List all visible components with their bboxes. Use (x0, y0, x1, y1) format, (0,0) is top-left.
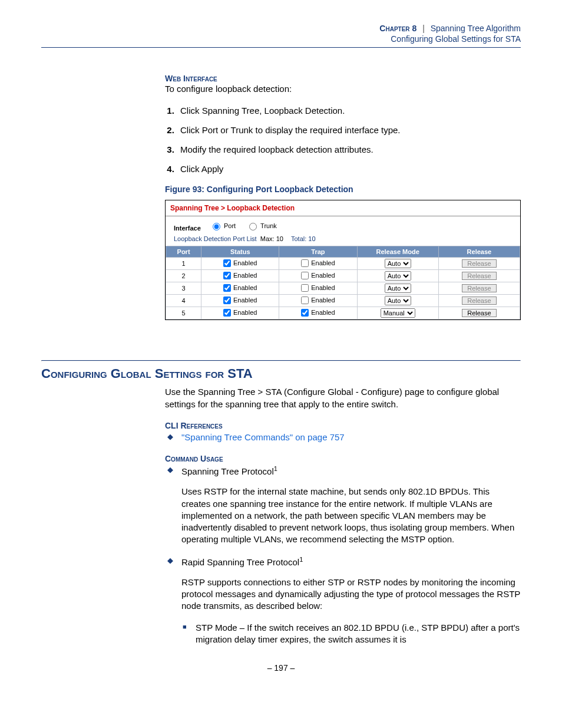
radio-trunk-input[interactable] (249, 223, 257, 230)
col-trap: Trap (279, 246, 357, 258)
trap-checkbox[interactable]: Enabled (301, 309, 335, 317)
col-mode: Release Mode (357, 246, 438, 258)
status-checkbox[interactable]: Enabled (223, 297, 257, 304)
step-item: Modify the required loopback detection a… (177, 144, 521, 154)
table-row: 3 Enabled EnabledAutoRelease (166, 282, 520, 295)
release-mode-select[interactable]: Auto (385, 296, 411, 305)
usage-stp-title: Spanning Tree Protocol (181, 466, 274, 476)
radio-port[interactable]: Port (210, 221, 236, 230)
chapter-label: Chapter 8 (379, 24, 416, 33)
cell-port: 4 (166, 295, 201, 307)
cli-link[interactable]: "Spanning Tree Commands" on page 757 (181, 432, 345, 442)
trap-checkbox[interactable]: Enabled (301, 259, 335, 267)
ui-screenshot: Spanning Tree > Loopback Detection Inter… (165, 200, 521, 320)
cli-heading: CLI References (165, 421, 521, 430)
trap-checkbox[interactable]: Enabled (301, 284, 335, 292)
cell-port: 1 (166, 258, 201, 270)
cell-port: 2 (166, 270, 201, 282)
chapter-title: Spanning Tree Algorithm (431, 24, 521, 33)
radio-trunk-label: Trunk (260, 222, 277, 229)
status-checkbox[interactable]: Enabled (223, 309, 257, 317)
cli-link-item: "Spanning Tree Commands" on page 757 (165, 431, 521, 443)
port-table: Port Status Trap Release Mode Release 1 … (166, 246, 520, 319)
step-item: Click Apply (177, 164, 521, 174)
trap-checkbox[interactable]: Enabled (301, 272, 335, 279)
section-intro: Use the Spanning Tree > STA (Configure G… (165, 386, 521, 410)
usage-rstp-sup: 1 (299, 556, 303, 563)
steps-list: Click Spanning Tree, Loopback Detection.… (165, 106, 521, 174)
usage-item-rstp: Rapid Spanning Tree Protocol1 RSTP suppo… (165, 555, 521, 646)
status-checkbox[interactable]: Enabled (223, 259, 257, 267)
cell-port: 3 (166, 282, 201, 295)
usage-rstp-body: RSTP supports connections to either STP … (181, 577, 521, 612)
col-port: Port (166, 246, 201, 258)
usage-stp-sup: 1 (274, 465, 277, 472)
step-item: Click Port or Trunk to display the requi… (177, 125, 521, 135)
port-list-label: Loopback Detection Port List (174, 235, 257, 242)
trap-checkbox[interactable]: Enabled (301, 297, 335, 304)
release-button[interactable]: Release (462, 297, 496, 305)
page-number: – 197 – (41, 663, 521, 673)
usage-heading: Command Usage (165, 454, 521, 463)
port-list-total: Total: 10 (291, 235, 316, 242)
page-header: Chapter 8 | Spanning Tree Algorithm Conf… (41, 24, 521, 48)
step-item: Click Spanning Tree, Loopback Detection. (177, 106, 521, 116)
header-separator: | (422, 24, 425, 33)
radio-port-input[interactable] (213, 223, 220, 230)
port-list-max: Max: 10 (260, 235, 283, 242)
release-mode-select[interactable]: Manual (381, 308, 415, 318)
status-checkbox[interactable]: Enabled (223, 272, 257, 279)
col-release: Release (438, 246, 520, 258)
cell-port: 5 (166, 307, 201, 319)
table-row: 5 Enabled EnabledManualRelease (166, 307, 520, 319)
radio-trunk[interactable]: Trunk (246, 221, 277, 230)
release-button[interactable]: Release (462, 272, 496, 280)
web-interface-intro: To configure loopback detection: (165, 83, 521, 95)
table-row: 4 Enabled EnabledAutoRelease (166, 295, 520, 307)
ui-breadcrumb: Spanning Tree > Loopback Detection (166, 200, 520, 216)
release-button[interactable]: Release (462, 284, 496, 292)
radio-port-label: Port (224, 222, 236, 229)
release-mode-select[interactable]: Auto (385, 284, 411, 293)
web-interface-heading: Web Interface (165, 74, 521, 83)
status-checkbox[interactable]: Enabled (223, 284, 257, 292)
release-mode-select[interactable]: Auto (385, 271, 411, 281)
usage-item-stp: Spanning Tree Protocol1 Uses RSTP for th… (165, 465, 521, 546)
figure-caption: Figure 93: Configuring Port Loopback Det… (165, 185, 521, 194)
usage-stp-body: Uses RSTP for the internal state machine… (181, 486, 521, 545)
table-row: 2 Enabled EnabledAutoRelease (166, 270, 520, 282)
release-mode-select[interactable]: Auto (385, 259, 411, 268)
table-row: 1 Enabled EnabledAutoRelease (166, 258, 520, 270)
col-status: Status (201, 246, 279, 258)
release-button[interactable]: Release (462, 259, 496, 268)
section-rule (41, 360, 521, 361)
usage-rstp-title: Rapid Spanning Tree Protocol (181, 557, 299, 567)
usage-rstp-sub-stpmode: STP Mode – If the switch receives an 802… (181, 622, 521, 646)
header-subtitle: Configuring Global Settings for STA (41, 34, 521, 44)
release-button[interactable]: Release (462, 309, 496, 317)
section-heading: Configuring Global Settings for STA (41, 366, 521, 381)
interface-label: Interface (174, 225, 201, 232)
